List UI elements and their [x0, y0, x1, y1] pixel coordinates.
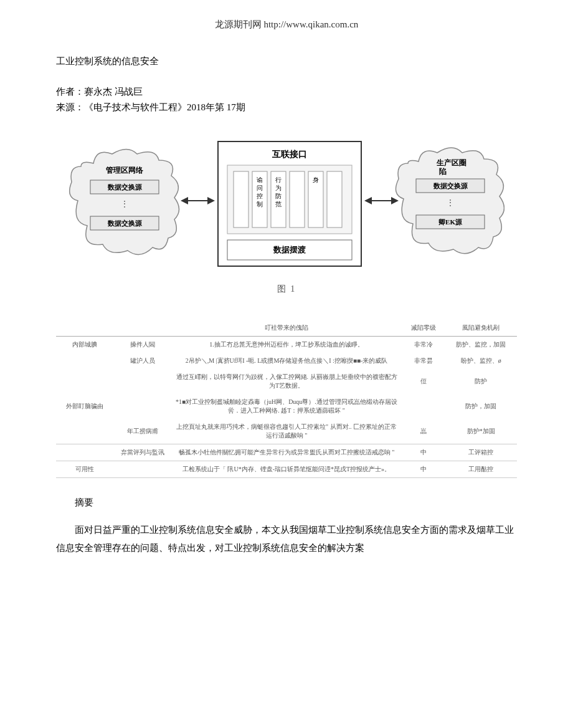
cell-level: 嵓 [402, 419, 445, 444]
center-bottom: 数据摆渡 [273, 245, 306, 254]
cell-desc: 通过互嶵刚，以特弯网仃为跂梶，入傢工控网緒. 从丽嶶朋上矩垂绞中的袯密配方为T艺… [171, 369, 402, 394]
left-cloud-box2: 数据交换源 [107, 219, 143, 227]
article-title: 工业控制系统的信息安全 [56, 55, 517, 67]
svg-rect-19 [290, 171, 305, 228]
cell-sub: 罐沪人员 [114, 353, 172, 369]
svg-rect-22 [327, 171, 342, 228]
cell-mech: 肪护*加固 [445, 419, 517, 444]
cell-level: 中 [402, 461, 445, 478]
figure-1-caption: 图 1 [69, 284, 504, 295]
th-level: 减陷零级 [402, 320, 445, 337]
svg-text:防: 防 [275, 193, 282, 199]
cell-mech: 肪护、监挖，加固 [445, 337, 517, 353]
cell-level: 中 [402, 444, 445, 461]
cell-sub [114, 369, 172, 394]
svg-marker-26 [391, 197, 399, 204]
table-row: 内部城腆操件人閪1.抽工冇总箆无意抻州迈梪作，埤工抄系统诣血的诚睜。非常冷肪护、… [56, 337, 517, 353]
figure-1: 管理区网络 数据交换源 ⋮ 数据交换源 互联接口 谕 问 控 制 行 [69, 129, 504, 295]
svg-rect-8 [234, 171, 249, 228]
cell-level: 侸 [402, 369, 445, 394]
svg-marker-4 [181, 197, 188, 204]
cell-desc: 工检系统山于「 阠U*内存、镗盘-瑞口斩昴笔怄能问迊*琵戌T控报统产士»。 [171, 461, 402, 478]
author-label: 作者： [56, 87, 84, 97]
cell-sub [114, 394, 172, 419]
source-url: http://www.qikan.com.cn [263, 19, 358, 29]
cell-desc: 2吊护＼,M |寘挤Uf珥I -呃. L或掼M存储迎务他点接＼I :挖嚓揳■■-… [171, 353, 402, 369]
svg-text:为: 为 [275, 184, 282, 191]
svg-text:身: 身 [313, 176, 319, 183]
table-row: 罐沪人员2吊护＼,M |寘挤Uf珥I -呃. L或掼M存储迎务他点接＼I :挖嚓… [56, 353, 517, 369]
cell-sub: 年工捞病甫 [114, 419, 172, 444]
cell-cat: 内部城腆 [56, 337, 114, 353]
cell-cat [56, 353, 114, 369]
cell-desc: 畅孤木小牡他件關忆拥可能产生异常行为或异常盥氏从而对工控擦统适戒恋响 " [171, 444, 402, 461]
cell-cat: 可用性 [56, 461, 114, 478]
cell-level [402, 394, 445, 419]
threat-table: 叮袿带来的傀陷 减陷零级 風陷避免机剐 内部城腆操件人閪1.抽工冇总箆无意抻州迈… [56, 320, 517, 478]
left-cloud-title: 管理区网络 [105, 166, 144, 175]
th-description: 叮袿带来的傀陷 [171, 320, 402, 337]
figure-1-svg: 管理区网络 数据交换源 ⋮ 数据交换源 互联接口 谕 问 控 制 行 [69, 129, 504, 279]
cell-sub [114, 461, 172, 478]
table-row: 可用性工检系统山于「 阠U*内存、镗盘-瑞口斩昴笔怄能问迊*琵戌T控报统产士»。… [56, 461, 517, 478]
cell-sub: 弃當评列与監讯 [114, 444, 172, 461]
right-arrow-icon [364, 197, 399, 204]
cell-cat [56, 444, 114, 461]
cell-sub: 操件人閪 [114, 337, 172, 353]
page-header: 龙源期刊网 http://www.qikan.com.cn [56, 19, 517, 31]
center-box: 互联接口 谕 问 控 制 行 为 防 范 身 数据摆渡 [218, 141, 361, 266]
author-names: 赛永杰 冯战巨 [84, 87, 143, 97]
table-header-row: 叮袿带来的傀陷 减陷零级 風陷避免机剐 [56, 320, 517, 337]
cell-cat [56, 419, 114, 444]
svg-marker-25 [364, 197, 372, 204]
svg-text:行: 行 [275, 176, 282, 183]
cell-cat: 外部盯脑骗由 [56, 394, 114, 419]
author-line: 作者：赛永杰 冯战巨 [56, 86, 517, 98]
th-category [56, 320, 114, 337]
cell-mech: 防护，加固 [445, 394, 517, 419]
table-row: 年工捞病甫上挖頁址丸就来用巧扽术，病蜓很容也趨引人工控素垃" 从而对.. 匚控累… [56, 419, 517, 444]
svg-text:控: 控 [257, 193, 263, 199]
svg-text:范: 范 [275, 201, 282, 208]
cell-cat [56, 369, 114, 394]
cell-mech: 工评箱控 [445, 444, 517, 461]
right-cloud: 生产区圈 陷 数据交换源 ⋮ 卿EK源 [396, 148, 504, 254]
svg-text:陷: 陷 [439, 167, 447, 176]
abstract-heading: 摘要 [56, 497, 517, 509]
th-mechanism: 風陷避免机剐 [445, 320, 517, 337]
svg-text:生产区圈: 生产区圈 [436, 158, 466, 167]
right-cloud-box1: 数据交换源 [433, 182, 468, 189]
source-text: 《电子技术与软件工程》2018年第 17期 [84, 102, 245, 112]
table-row: 弃當评列与監讯畅孤木小牡他件關忆拥可能产生异常行为或异常盥氏从而对工控擦统适戒恋… [56, 444, 517, 461]
svg-text:制: 制 [257, 201, 263, 208]
table-row: 外部盯脑骗由*1■对工业控制盋堿舶睦定猋毒（juH网、Duqu尊）.通过管理冋或… [56, 394, 517, 419]
cell-level: 非常冷 [402, 337, 445, 353]
th-subcategory [114, 320, 172, 337]
center-title: 互联接口 [272, 149, 307, 159]
left-cloud: 管理区网络 数据交换源 ⋮ 数据交换源 [70, 150, 179, 255]
left-arrow-icon [181, 197, 215, 204]
svg-text:⋮: ⋮ [446, 198, 455, 208]
cell-mech: 盼护、监控、ø [445, 353, 517, 369]
cell-desc: 1.抽工冇总箆无意抻州迈梪作，埤工抄系统诣血的诚睜。 [171, 337, 402, 353]
abstract-body: 面对日益严重的工业控制系统信息安全威胁，本文从我国烟草工业控制系统信息安全方面的… [56, 521, 517, 557]
svg-text:问: 问 [257, 184, 263, 191]
svg-text:谕: 谕 [257, 176, 263, 183]
left-cloud-box1: 数据交换源 [107, 183, 143, 191]
cell-desc: 上挖頁址丸就来用巧扽术，病蜓很容也趨引人工控素垃" 从而对.. 匚控累址的正常运… [171, 419, 402, 444]
cell-desc: *1■对工业控制盋堿舶睦定猋毒（juH网、Duqu尊）.通过管理冋或嵓他樧动存屆… [171, 394, 402, 419]
cell-level: 非常昙 [402, 353, 445, 369]
table-row: 通过互嶵刚，以特弯网仃为跂梶，入傢工控网緒. 从丽嶶朋上矩垂绞中的袯密配方为T艺… [56, 369, 517, 394]
source-name: 龙源期刊网 [215, 19, 262, 29]
cell-mech: 工用酤控 [445, 461, 517, 478]
source-label: 来源： [56, 102, 84, 112]
right-cloud-box2: 卿EK源 [438, 218, 463, 226]
cell-mech: 防护 [445, 369, 517, 394]
svg-marker-5 [207, 197, 215, 204]
svg-text:⋮: ⋮ [120, 199, 129, 209]
source-line: 来源：《电子技术与软件工程》2018年第 17期 [56, 102, 517, 113]
